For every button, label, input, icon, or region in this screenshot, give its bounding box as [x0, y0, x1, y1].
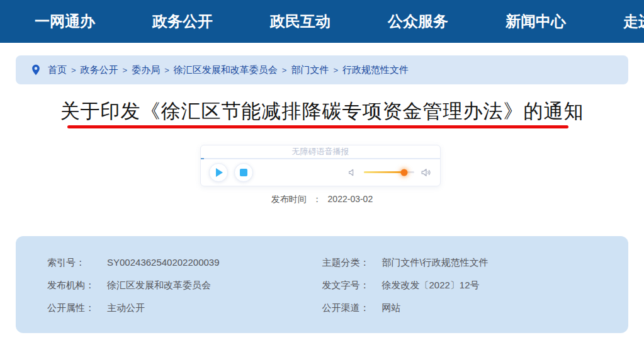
audio-controls: [201, 159, 440, 185]
play-icon: [216, 168, 223, 177]
page-title: 关于印发《徐汇区节能减排降碳专项资金管理办法》的通知: [0, 98, 644, 125]
meta-row-topic-category: 主题分类： 部门文件\行政规范性文件: [322, 256, 597, 269]
meta-label: 发布机构：: [47, 278, 107, 292]
meta-value: 部门文件\行政规范性文件: [382, 256, 489, 269]
breadcrumb-separator: >: [282, 65, 287, 75]
meta-value: 主动公开: [107, 301, 145, 315]
location-pin-icon: [31, 64, 40, 76]
breadcrumb-gov-disclosure[interactable]: 政务公开: [81, 64, 118, 76]
meta-value: 徐发改发〔2022〕12号: [382, 278, 480, 292]
stop-icon: [240, 169, 247, 176]
meta-label: 索引号：: [47, 256, 107, 269]
audio-player-header: 无障碍语音播报: [201, 145, 440, 159]
top-nav: 一网通办 政务公开 政民互动 公众服务 新闻中心 走进徐汇: [0, 0, 644, 43]
meta-row-disclosure-channel: 公开渠道： 网站: [322, 301, 597, 315]
meta-row-index-number: 索引号： SY0024362540202200039: [47, 256, 322, 269]
speaker-low-icon: [347, 167, 358, 178]
nav-item-news-center[interactable]: 新闻中心: [506, 11, 566, 31]
breadcrumb-bureaus[interactable]: 委办局: [132, 64, 160, 76]
meta-value: SY0024362540202200039: [107, 256, 220, 269]
breadcrumb-separator: >: [71, 65, 76, 75]
breadcrumb-department-documents[interactable]: 部门文件: [291, 64, 329, 76]
breadcrumb-separator: >: [123, 65, 128, 75]
meta-value: 网站: [382, 301, 401, 315]
meta-row-document-number: 发文字号： 徐发改发〔2022〕12号: [322, 278, 597, 292]
speaker-loud-icon: [421, 167, 432, 178]
play-button[interactable]: [209, 163, 228, 182]
breadcrumb-normative-documents[interactable]: 行政规范性文件: [342, 64, 409, 76]
title-underline: [67, 125, 568, 128]
breadcrumb-separator: >: [333, 65, 338, 75]
breadcrumb-separator: >: [164, 65, 169, 75]
publish-date-row: 发布时间 ： 2022-03-02: [0, 194, 644, 205]
meta-label: 公开属性：: [47, 301, 107, 315]
meta-value: 徐汇区发展和改革委员会: [107, 278, 211, 292]
meta-row-issuing-agency: 发布机构： 徐汇区发展和改革委员会: [47, 278, 322, 292]
nav-item-about-xuhui[interactable]: 走进徐汇: [623, 11, 644, 31]
nav-item-interaction[interactable]: 政民互动: [270, 11, 330, 31]
page: 一网通办 政务公开 政民互动 公众服务 新闻中心 走进徐汇 首页 > 政务公开 …: [0, 0, 644, 340]
volume-control: [347, 167, 432, 178]
breadcrumb-home[interactable]: 首页: [48, 64, 67, 76]
nav-item-gov-disclosure[interactable]: 政务公开: [152, 11, 213, 31]
publish-date-label: 发布时间: [271, 194, 307, 204]
meta-label: 公开渠道：: [322, 301, 382, 315]
volume-slider[interactable]: [364, 171, 414, 173]
nav-item-public-services[interactable]: 公众服务: [388, 11, 448, 31]
audio-progress-bar: [201, 158, 204, 159]
breadcrumb-ndrc-commission[interactable]: 徐汇区发展和改革委员会: [174, 64, 278, 76]
audio-player: 无障碍语音播报: [200, 145, 441, 186]
meta-row-disclosure-attribute: 公开属性： 主动公开: [47, 301, 322, 315]
audio-player-title: 无障碍语音播报: [292, 146, 349, 157]
publish-date-colon: ：: [313, 194, 322, 204]
breadcrumb: 首页 > 政务公开 > 委办局 > 徐汇区发展和改革委员会 > 部门文件 > 行…: [16, 55, 628, 84]
stop-button[interactable]: [234, 163, 253, 182]
document-meta-grid: 索引号： SY0024362540202200039 主题分类： 部门文件\行政…: [47, 256, 597, 315]
volume-fill: [364, 171, 404, 173]
nav-item-online-services[interactable]: 一网通办: [35, 11, 95, 31]
meta-label: 发文字号：: [322, 278, 382, 292]
meta-label: 主题分类：: [322, 256, 382, 269]
document-meta-box: 索引号： SY0024362540202200039 主题分类： 部门文件\行政…: [16, 236, 628, 333]
volume-thumb[interactable]: [401, 169, 408, 176]
publish-date-value: 2022-03-02: [328, 194, 373, 204]
